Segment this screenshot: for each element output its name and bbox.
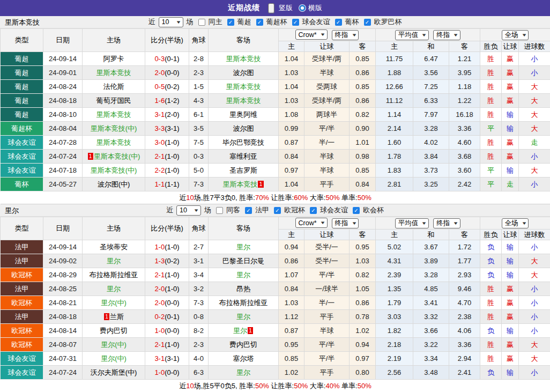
halftime-score: (1-2) bbox=[165, 97, 179, 105]
col-header: 客场 bbox=[209, 29, 279, 52]
fullmatch-select[interactable]: 全场▼ bbox=[502, 218, 529, 228]
away-team: 波尔图 bbox=[209, 122, 279, 136]
league-checkbox[interactable]: ✓ bbox=[353, 207, 360, 214]
sub-col-header: 客 bbox=[350, 41, 376, 52]
league-filter[interactable]: ✓球会友谊 bbox=[289, 17, 330, 27]
avg-home-odds: 1.88 bbox=[376, 66, 413, 80]
crow-away-odds: 0.85 bbox=[350, 164, 376, 177]
away-team: 巴黎圣日尔曼 bbox=[209, 254, 279, 268]
same-venue-filter[interactable]: 同主 bbox=[195, 17, 222, 27]
league-checkbox[interactable]: ✓ bbox=[292, 19, 299, 26]
summary-text: 50% bbox=[325, 194, 339, 202]
match-count-select[interactable]: 10▼ bbox=[159, 17, 183, 27]
crow-home-odds: 0.97 bbox=[279, 164, 304, 177]
crow-away-odds: 0.90 bbox=[350, 122, 376, 136]
summary-text: 70% bbox=[255, 194, 269, 202]
halftime-score: (0-0) bbox=[165, 368, 179, 376]
league-filter[interactable]: ✓葡超 bbox=[224, 17, 251, 27]
crow-away-odds: 0.86 bbox=[350, 66, 376, 80]
avg-away-odds: 4.60 bbox=[449, 136, 480, 150]
away-team-name: 里尔 bbox=[236, 243, 250, 251]
same-venue-filter[interactable]: 同客 bbox=[213, 205, 240, 215]
match-row: 欧冠杯24-08-07里尔(中)2-1(1-0)2-3费内巴切0.95平/半0.… bbox=[1, 338, 550, 352]
result-wdl: 胜 bbox=[480, 52, 502, 66]
result-goals: 大 bbox=[519, 164, 550, 177]
match-count-select[interactable]: 10▼ bbox=[176, 205, 201, 216]
league-filter[interactable]: ✓球会友谊 bbox=[307, 205, 348, 215]
crow-handicap: 受球半/两 bbox=[304, 94, 350, 108]
avg-odds-select[interactable]: 平均值▼ bbox=[395, 218, 429, 228]
odds-group-header: 全场▼ bbox=[480, 217, 550, 230]
score: 2-0(0-0) bbox=[145, 296, 189, 310]
result-handicap: 赢 bbox=[502, 296, 519, 310]
crow-odds-select[interactable]: Crow*▼ bbox=[295, 218, 328, 228]
league-checkbox[interactable]: ✓ bbox=[274, 207, 281, 214]
league-filter[interactable]: ✓欧罗巴杯 bbox=[361, 17, 402, 27]
score: 2-2(1-0) bbox=[145, 164, 189, 177]
avg-final-select[interactable]: 终指▼ bbox=[433, 30, 460, 40]
result-handicap: 输 bbox=[502, 240, 519, 254]
league-checkbox[interactable]: ✓ bbox=[227, 19, 234, 26]
halftime-score: (0-0) bbox=[165, 327, 179, 335]
league-checkbox[interactable]: ✓ bbox=[256, 19, 263, 26]
league-filter[interactable]: ✓欧会杯 bbox=[350, 205, 384, 215]
home-team: 里尔(中) bbox=[83, 338, 145, 352]
avg-odds-select[interactable]: 平均值▼ bbox=[395, 30, 429, 40]
layout-radio-2[interactable]: 横版 bbox=[299, 3, 322, 13]
league-checkbox[interactable]: ✓ bbox=[245, 207, 252, 214]
avg-home-odds: 1.14 bbox=[376, 108, 413, 122]
avg-home-odds: 1.83 bbox=[376, 164, 413, 177]
avg-home-odds: 1.60 bbox=[376, 136, 413, 150]
summary-text: 近 bbox=[179, 382, 186, 390]
home-team-name: 沃尔夫斯堡(中) bbox=[91, 368, 137, 376]
avg-final-select[interactable]: 终指▼ bbox=[433, 218, 460, 228]
crow-final-select[interactable]: 终指▼ bbox=[332, 30, 359, 40]
avg-draw-odds: 3.28 bbox=[413, 268, 449, 282]
col-header: 角球 bbox=[189, 217, 209, 240]
crow-final-select[interactable]: 终指▼ bbox=[332, 218, 359, 228]
avg-draw-odds: 3.22 bbox=[413, 338, 449, 352]
league-filter[interactable]: ✓葡杯 bbox=[332, 17, 359, 27]
away-team-name: 圣吉罗斯 bbox=[229, 166, 257, 174]
home-team: 法伦斯 bbox=[83, 80, 145, 94]
league-filter[interactable]: ✓法甲 bbox=[242, 205, 269, 215]
home-team: 里斯本竞技(中) bbox=[83, 122, 145, 136]
league-filter[interactable]: ✓葡超杯 bbox=[253, 17, 287, 27]
match-date: 24-07-24 bbox=[43, 366, 83, 380]
results-table: 类型日期主场比分(半场)角球客场Crow*▼终指▼平均值▼终指▼全场▼主让球客主… bbox=[0, 28, 550, 204]
fullmatch-select[interactable]: 全场▼ bbox=[502, 30, 529, 40]
section-filterbar: 里尔近10▼场同客✓法甲✓欧冠杯✓球会友谊✓欧会杯 bbox=[0, 204, 550, 217]
away-team-name: 里尔 bbox=[236, 271, 250, 279]
league-checkbox[interactable]: ✓ bbox=[310, 207, 317, 214]
score: 2-0(1-0) bbox=[145, 282, 189, 296]
result-handicap: 赢 bbox=[502, 310, 519, 324]
crow-handicap: 一/球半 bbox=[304, 282, 350, 296]
layout-radio-1[interactable]: 竖版 bbox=[266, 3, 293, 13]
league-checkbox[interactable]: ✓ bbox=[335, 19, 342, 26]
home-team-name: 里尔(中) bbox=[101, 354, 127, 363]
home-team-name: 兰斯 bbox=[110, 313, 124, 321]
chevron-down-icon: ▼ bbox=[175, 20, 181, 25]
away-team: 塞尔塔 bbox=[209, 352, 279, 366]
crow-handicap: 半球 bbox=[304, 324, 350, 338]
league-filter[interactable]: ✓欧冠杯 bbox=[271, 205, 305, 215]
crow-away-odds: 1.03 bbox=[350, 254, 376, 268]
same-venue-checkbox[interactable] bbox=[216, 207, 223, 214]
summary-row: 近10场,胜5平0负5, 胜率:50% 让胜率:50% 大率:40% 单率:50… bbox=[1, 380, 550, 392]
halftime-score: (1-0) bbox=[165, 243, 179, 251]
result-goals: 大 bbox=[519, 254, 550, 268]
result-wdl: 胜 bbox=[480, 310, 502, 324]
result-handicap: 输 bbox=[502, 254, 519, 268]
layout-radio-label: 横版 bbox=[308, 3, 322, 13]
chevron-down-icon: ▼ bbox=[453, 33, 459, 38]
away-team: 里斯本竞技 bbox=[209, 94, 279, 108]
home-team: 里尔(中) bbox=[83, 296, 145, 310]
section-summary: 近10场,胜7平3负0, 胜率:70% 让胜率:60% 大率:50% 单率:50… bbox=[1, 191, 550, 204]
filter-controls: 近10▼场同客✓法甲✓欧冠杯✓球会友谊✓欧会杯 bbox=[166, 205, 384, 216]
result-goals: 大 bbox=[519, 338, 550, 352]
corners: 7-5 bbox=[189, 136, 209, 150]
crow-odds-select[interactable]: Crow*▼ bbox=[295, 29, 328, 40]
same-venue-checkbox[interactable] bbox=[198, 19, 205, 26]
league-checkbox[interactable]: ✓ bbox=[364, 19, 371, 26]
crow-home-odds: 0.87 bbox=[279, 324, 304, 338]
